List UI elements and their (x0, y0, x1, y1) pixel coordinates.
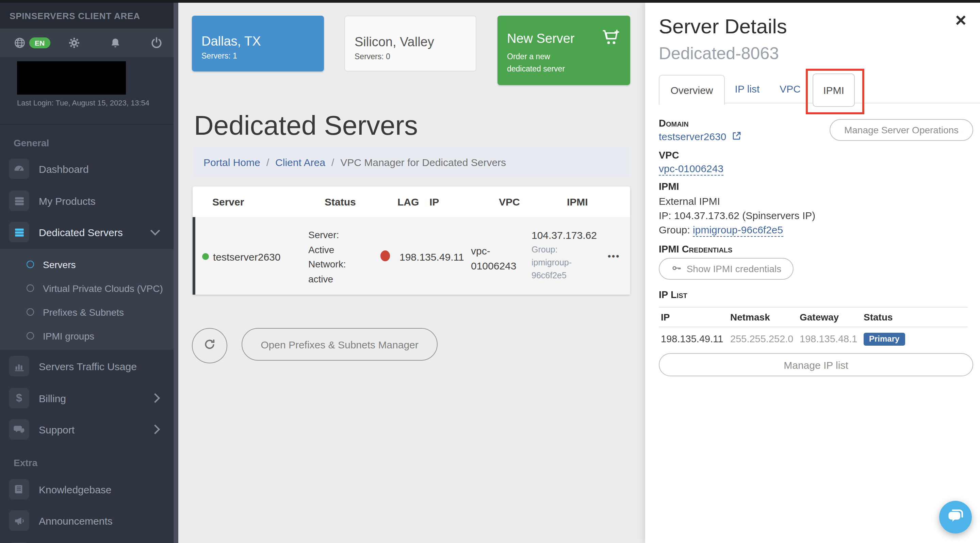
breadcrumb: Portal Home / Client Area / VPC Manager … (192, 147, 630, 177)
col-server: Server (212, 196, 244, 208)
sidebar-item-knowledgebase[interactable]: Knowledgebase (0, 473, 173, 505)
vpc-label: VPC (659, 150, 856, 160)
chat-icon (947, 508, 964, 527)
ipmi-group-link[interactable]: ipmigroup-96c6f2e5 (693, 224, 783, 237)
location-card-dallas[interactable]: Dallas, TX Servers: 1 (192, 16, 324, 71)
top-strip (0, 0, 980, 3)
breadcrumb-portal-home[interactable]: Portal Home (204, 156, 260, 168)
refresh-icon (203, 338, 216, 354)
card-subtitle: Servers: 0 (355, 52, 466, 60)
refresh-button[interactable] (192, 328, 227, 364)
status-dot-green (202, 253, 209, 260)
tab-ip-list[interactable]: IP list (732, 75, 763, 103)
row-actions-menu[interactable]: ••• (608, 251, 620, 261)
sidebar-item-dedicated-servers[interactable]: Dedicated Servers (0, 216, 173, 248)
location-card-silicon-valley[interactable]: Silicon, Valley Servers: 0 (344, 16, 476, 71)
col-ip: IP (430, 196, 439, 208)
cart-plus-icon (601, 29, 620, 48)
gateway-value: 198.135.48.1 (800, 333, 864, 344)
sidebar-item-announcements[interactable]: Announcements (0, 505, 173, 536)
globe-icon[interactable] (14, 37, 26, 49)
sidebar-item-traffic-usage[interactable]: Servers Traffic Usage (0, 351, 173, 382)
chevron-right-icon (150, 425, 160, 434)
sidebar: SPINSERVERS CLIENT AREA EN Last Login: T… (0, 3, 178, 543)
sidebar-brand: SPINSERVERS CLIENT AREA (0, 3, 173, 29)
manage-ip-list-button[interactable]: Manage IP list (659, 353, 973, 376)
main-content: Dallas, TX Servers: 1 Silicon, Valley Se… (178, 3, 645, 543)
dedicated-submenu: Servers Virtual Private Clouds (VPC) Pre… (0, 249, 173, 350)
divider (0, 124, 173, 124)
tab-vpc[interactable]: VPC (776, 75, 804, 103)
bell-icon[interactable] (109, 37, 121, 49)
bullet-icon (27, 308, 34, 316)
submenu-servers[interactable]: Servers (0, 252, 173, 276)
ipmi-type: External IPMI (659, 194, 856, 208)
tab-overview[interactable]: Overview (659, 75, 725, 105)
sidebar-icon-bar: EN (0, 29, 173, 57)
chart-icon (9, 356, 29, 376)
key-icon (671, 262, 682, 275)
col-ipmi: IPMI (567, 196, 588, 208)
chat-widget-button[interactable] (939, 501, 972, 533)
app-window: SPINSERVERS CLIENT AREA EN Last Login: T… (0, 0, 980, 543)
card-title: Silicon, Valley (355, 35, 466, 50)
domain-link[interactable]: testserver2630 (659, 131, 726, 142)
vpc-link[interactable]: vpc-01006243 (659, 163, 724, 176)
domain-label: Domain (659, 118, 856, 129)
servers-table: Server Status LAG IP VPC IPMI testserver… (192, 186, 630, 295)
ipmi-label: IPMI (659, 181, 856, 192)
close-icon[interactable]: × (955, 11, 966, 30)
sidebar-item-partial[interactable] (0, 537, 173, 543)
sidebar-item-support[interactable]: Support (0, 414, 173, 445)
card-subtitle: Servers: 1 (202, 52, 314, 60)
ipmi-ip: IP: 104.37.173.62 (Spinservers IP) (659, 208, 856, 222)
server-details-panel: Server Details Dedicated-8063 × Overview… (645, 3, 980, 543)
primary-badge: Primary (864, 332, 905, 345)
panel-subtitle: Dedicated-8063 (659, 44, 779, 63)
col-status: Status (325, 196, 356, 208)
language-badge[interactable]: EN (29, 37, 50, 48)
ipmi-credentials-label: IPMI Credentials (659, 244, 856, 254)
ipcol-gateway: Gateway (800, 312, 864, 322)
section-general: General (14, 137, 49, 148)
ipcol-netmask: Netmask (730, 312, 800, 322)
megaphone-icon (9, 510, 29, 531)
ip-list-row[interactable]: 198.135.49.11 255.255.252.0 198.135.48.1… (659, 327, 968, 351)
submenu-vpc[interactable]: Virtual Private Clouds (VPC) (0, 276, 173, 300)
sidebar-item-dashboard[interactable]: Dashboard (0, 153, 173, 184)
bullet-icon (27, 260, 34, 268)
submenu-ipmi-groups[interactable]: IPMI groups (0, 324, 173, 348)
show-ipmi-credentials-button[interactable]: Show IPMI credentials (659, 258, 794, 279)
breadcrumb-current: VPC Manager for Dedicated Servers (340, 156, 506, 168)
row-vpc: vpc- 01006243 (471, 244, 517, 273)
ipcol-ip: IP (661, 312, 730, 322)
open-prefixes-subnets-button[interactable]: Open Prefixes & Subnets Manager (242, 328, 438, 360)
table-row[interactable]: testserver2630 Server: Active Network: a… (192, 217, 630, 295)
ip-list-table: IP Netmask Gateway Status 198.135.49.11 … (659, 307, 968, 351)
sidebar-scrollbar[interactable] (173, 3, 178, 543)
dollar-icon: $ (9, 388, 29, 408)
section-extra: Extra (14, 457, 37, 468)
ipmi-group: Group: ipmigroup-96c6f2e5 (659, 222, 856, 237)
gear-icon[interactable] (68, 37, 80, 49)
user-avatar-redacted (17, 61, 126, 95)
sidebar-item-billing[interactable]: $ Billing (0, 383, 173, 414)
support-chat-icon (9, 419, 29, 440)
last-login: Last Login: Tue, August 15, 2023, 13:54 (17, 98, 167, 107)
power-icon[interactable] (150, 37, 162, 49)
row-ip: 198.135.49.11 (399, 251, 464, 263)
new-server-card[interactable]: New Server Order a new dedicated server (498, 16, 630, 85)
external-link-icon[interactable] (732, 131, 742, 143)
netmask-value: 255.255.252.0 (730, 333, 800, 344)
card-title: New Server (507, 31, 575, 46)
card-title: Dallas, TX (202, 34, 314, 49)
sidebar-item-my-products[interactable]: My Products (0, 185, 173, 216)
col-lag: LAG (398, 196, 419, 208)
breadcrumb-client-area[interactable]: Client Area (275, 156, 325, 168)
row-ipmi: 104.37.173.62 Group: ipmigroup- 96c6f2e5 (531, 229, 597, 280)
tab-ipmi[interactable]: IPMI (813, 73, 855, 107)
book-icon (9, 479, 29, 499)
ip-value: 198.135.49.11 (661, 333, 730, 344)
submenu-prefixes-subnets[interactable]: Prefixes & Subnets (0, 300, 173, 324)
ip-list-label: IP List (659, 289, 856, 300)
